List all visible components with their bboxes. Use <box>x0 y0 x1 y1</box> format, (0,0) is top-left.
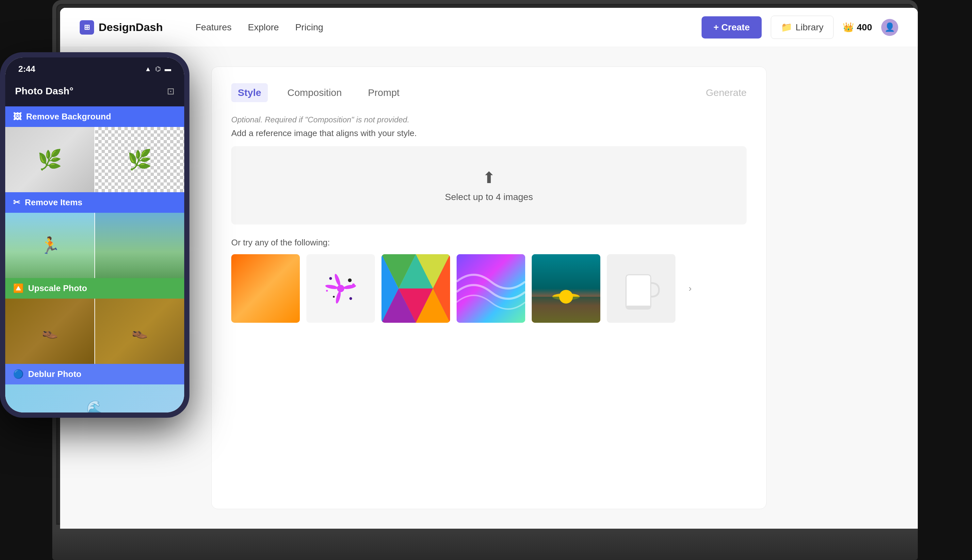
logo-text: DesignDash <box>99 21 163 33</box>
svg-point-2 <box>335 291 341 304</box>
logo: ⊞ DesignDash <box>80 20 163 35</box>
crown-icon: 👑 <box>843 22 854 33</box>
svg-point-6 <box>350 297 352 300</box>
phone-feature-remove-items: ✂ Remove Items 🏃 <box>5 192 184 278</box>
wifi-icon: ⌬ <box>155 65 161 73</box>
divider <box>94 127 95 192</box>
logo-icon: ⊞ <box>80 20 94 35</box>
phone-shell: 2:44 ▲ ⌬ ▬ Photo Dash° ⊡ 🖼 Remove Backgr… <box>0 52 189 418</box>
upscale-icon: 🔼 <box>13 283 23 293</box>
laptop-base <box>52 529 918 560</box>
remove-items-after <box>95 213 184 278</box>
sample-more-button[interactable]: › <box>682 254 698 323</box>
upscale-images: 👞 👞 <box>5 298 184 364</box>
sample-img-1[interactable] <box>231 254 300 323</box>
style-card: Style Composition Prompt Generate Option… <box>211 67 766 509</box>
remove-items-icon: ✂ <box>13 197 20 208</box>
svg-point-3 <box>325 284 338 290</box>
user-icon: 👤 <box>885 22 895 32</box>
svg-point-1 <box>333 273 341 287</box>
upload-label: Select up to 4 images <box>445 192 533 202</box>
tab-bar: Style Composition Prompt Generate <box>231 83 747 102</box>
phone-feature-deblur: 🔵 Deblur Photo 🌊 <box>5 364 184 412</box>
svg-point-10 <box>352 283 355 286</box>
upload-icon: ⬆ <box>482 168 495 187</box>
divider2 <box>94 213 95 278</box>
create-label: + Create <box>713 22 749 33</box>
sample-images: › <box>231 254 747 323</box>
sample-img-2[interactable] <box>306 254 375 323</box>
deblur-preview: 🌊 <box>5 385 184 412</box>
navbar: ⊞ DesignDash Features Explore Pricing + … <box>60 8 918 47</box>
svg-point-8 <box>333 296 335 298</box>
phone-app-title: Photo Dash° <box>15 85 74 97</box>
sample-img-4[interactable] <box>457 254 525 323</box>
svg-rect-27 <box>626 306 651 309</box>
remove-bg-after: 🌿 <box>95 127 184 192</box>
phone-feature-upscale: 🔼 Upscale Photo 👞 👞 <box>5 278 184 364</box>
folder-icon: 📁 <box>781 22 792 33</box>
phone-features-list: 🖼 Remove Background 🌿 🌿 ✂ Remove Items <box>5 107 184 412</box>
remove-items-label: Remove Items <box>25 197 82 208</box>
remove-items-before: 🏃 <box>5 213 94 278</box>
phone-header-icon[interactable]: ⊡ <box>167 86 174 97</box>
remove-items-images: 🏃 <box>5 213 184 278</box>
remove-bg-header[interactable]: 🖼 Remove Background <box>5 107 184 127</box>
remove-bg-label: Remove Background <box>26 112 111 122</box>
sample-img-3[interactable] <box>381 254 450 323</box>
phone-status-icons: ▲ ⌬ ▬ <box>145 65 171 73</box>
tab-composition[interactable]: Composition <box>281 83 348 102</box>
phone-feature-remove-bg: 🖼 Remove Background 🌿 🌿 <box>5 107 184 192</box>
tab-style[interactable]: Style <box>231 83 268 102</box>
svg-point-9 <box>326 290 328 292</box>
battery-icon: ▬ <box>165 65 171 73</box>
upscale-after: 👞 <box>95 298 184 364</box>
phone-notch <box>65 57 124 72</box>
credits-display: 👑 400 <box>843 22 872 33</box>
sample-img-6[interactable] <box>607 254 676 323</box>
user-avatar[interactable]: 👤 <box>881 19 898 36</box>
svg-point-24 <box>559 290 573 303</box>
signal-icon: ▲ <box>145 65 151 73</box>
nav-features[interactable]: Features <box>196 22 232 33</box>
deblur-icon: 🔵 <box>13 369 23 379</box>
try-label: Or try any of the following: <box>231 238 747 248</box>
sample-img-5[interactable] <box>532 254 600 323</box>
tab-prompt[interactable]: Prompt <box>361 83 406 102</box>
svg-point-0 <box>337 285 344 292</box>
upscale-header[interactable]: 🔼 Upscale Photo <box>5 278 184 298</box>
phone-header: Photo Dash° ⊡ <box>5 80 184 107</box>
generate-button[interactable]: Generate <box>706 87 747 98</box>
credits-value: 400 <box>857 22 872 33</box>
remove-bg-before: 🌿 <box>5 127 94 192</box>
remove-bg-images: 🌿 🌿 <box>5 127 184 192</box>
optional-text: Optional. Required if "Composition" is n… <box>231 115 747 124</box>
svg-point-7 <box>348 278 351 282</box>
add-ref-text: Add a reference image that aligns with y… <box>231 128 747 138</box>
phone-screen: 2:44 ▲ ⌬ ▬ Photo Dash° ⊡ 🖼 Remove Backgr… <box>5 57 184 412</box>
nav-pricing[interactable]: Pricing <box>295 22 323 33</box>
upscale-before: 👞 <box>5 298 94 364</box>
remove-items-header[interactable]: ✂ Remove Items <box>5 192 184 213</box>
library-label: Library <box>796 22 824 33</box>
remove-bg-icon: 🖼 <box>13 112 22 122</box>
create-button[interactable]: + Create <box>701 16 761 38</box>
nav-actions: + Create 📁 Library 👑 400 👤 <box>701 16 898 39</box>
nav-explore[interactable]: Explore <box>248 22 279 33</box>
svg-rect-26 <box>626 275 651 309</box>
upload-area[interactable]: ⬆ Select up to 4 images <box>231 146 747 225</box>
phone-time: 2:44 <box>18 64 35 74</box>
upscale-label: Upscale Photo <box>28 283 87 293</box>
nav-links: Features Explore Pricing <box>196 22 323 33</box>
divider3 <box>94 298 95 364</box>
svg-point-5 <box>329 277 332 280</box>
deblur-label: Deblur Photo <box>28 369 81 379</box>
library-button[interactable]: 📁 Library <box>771 16 834 39</box>
deblur-header[interactable]: 🔵 Deblur Photo <box>5 364 184 385</box>
